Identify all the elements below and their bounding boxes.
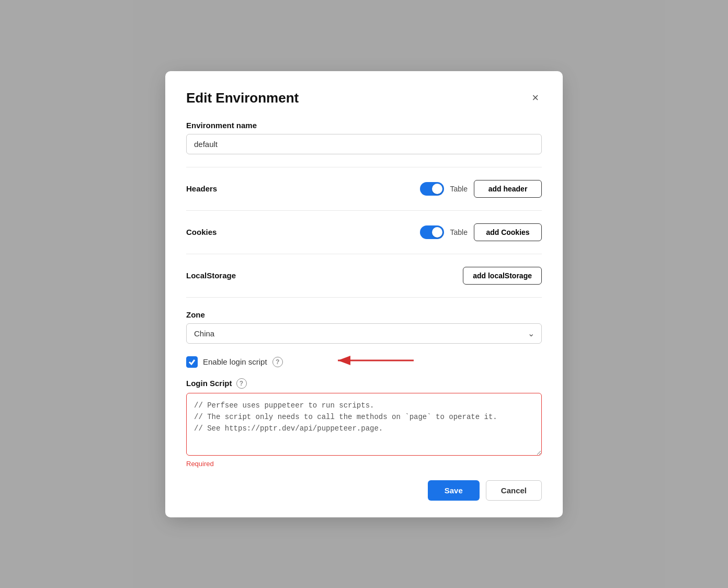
env-name-input[interactable] — [186, 134, 542, 154]
localstorage-label: LocalStorage — [186, 271, 236, 280]
cookies-controls: Table add Cookies — [420, 223, 542, 241]
add-cookies-button[interactable]: add Cookies — [474, 223, 542, 241]
enable-login-script-label: Enable login script — [203, 357, 267, 366]
divider-3 — [186, 254, 542, 254]
login-script-textarea[interactable]: // Perfsee uses puppeteer to run scripts… — [186, 393, 542, 456]
zone-select[interactable]: China USA Europe Asia Pacific — [186, 323, 542, 344]
zone-field: Zone China USA Europe Asia Pacific ⌄ — [186, 310, 542, 344]
add-localstorage-button[interactable]: add localStorage — [463, 267, 542, 285]
checkbox-row: Enable login script ? — [186, 356, 542, 368]
edit-environment-modal: Edit Environment × Environment name Head… — [165, 71, 563, 517]
enable-login-script-row: Enable login script ? — [186, 356, 542, 368]
modal-header: Edit Environment × — [186, 90, 542, 106]
divider-4 — [186, 297, 542, 298]
env-name-field: Environment name — [186, 121, 542, 154]
zone-select-wrapper: China USA Europe Asia Pacific ⌄ — [186, 323, 542, 344]
close-button[interactable]: × — [529, 90, 542, 106]
modal-footer: Save Cancel — [186, 480, 542, 501]
cookies-toggle-slider — [420, 225, 444, 239]
headers-label: Headers — [186, 184, 217, 193]
cookies-label: Cookies — [186, 228, 217, 236]
enable-login-script-help-icon[interactable]: ? — [272, 357, 283, 367]
cookies-row: Cookies Table add Cookies — [186, 223, 542, 241]
login-script-field: Login Script ? // Perfsee uses puppeteer… — [186, 378, 542, 468]
headers-controls: Table add header — [420, 180, 542, 198]
required-text: Required — [186, 460, 542, 468]
login-script-label: Login Script ? — [186, 378, 542, 389]
headers-table-label: Table — [450, 185, 468, 193]
headers-toggle-slider — [420, 182, 444, 196]
save-button[interactable]: Save — [428, 480, 480, 501]
env-name-label: Environment name — [186, 121, 542, 130]
zone-label: Zone — [186, 310, 542, 319]
localstorage-controls: add localStorage — [463, 267, 542, 285]
divider-1 — [186, 167, 542, 167]
headers-field: Headers Table add header — [186, 180, 542, 198]
modal-title: Edit Environment — [186, 90, 299, 106]
cookies-field: Cookies Table add Cookies — [186, 223, 542, 241]
cookies-toggle[interactable] — [420, 225, 444, 239]
cookies-table-label: Table — [450, 228, 468, 236]
checkmark-icon — [188, 358, 196, 366]
headers-row: Headers Table add header — [186, 180, 542, 198]
modal-overlay: Edit Environment × Environment name Head… — [0, 0, 728, 588]
divider-2 — [186, 210, 542, 211]
add-header-button[interactable]: add header — [474, 180, 542, 198]
enable-login-script-checkbox[interactable] — [186, 356, 198, 368]
localstorage-row: LocalStorage add localStorage — [186, 267, 542, 285]
localstorage-field: LocalStorage add localStorage — [186, 267, 542, 285]
login-script-help-icon[interactable]: ? — [236, 378, 247, 389]
cancel-button[interactable]: Cancel — [486, 480, 542, 501]
headers-toggle[interactable] — [420, 182, 444, 196]
